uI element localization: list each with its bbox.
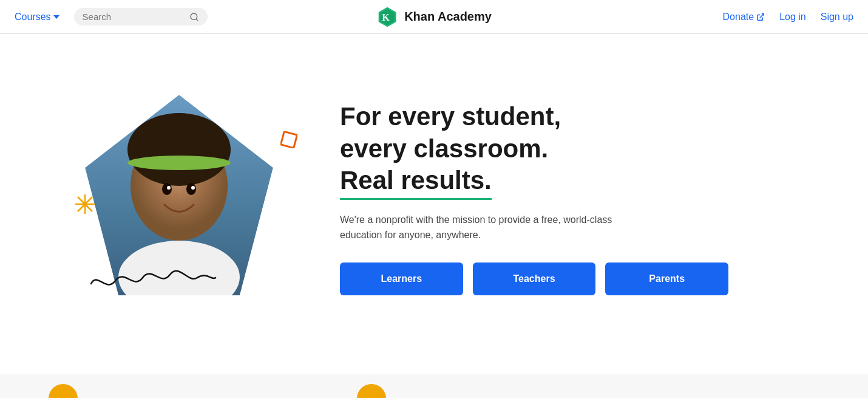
hero-headline: For every student, every classroom. Real… — [340, 101, 728, 200]
teachers-button[interactable]: Teachers — [473, 262, 596, 295]
hero-image-area — [49, 83, 303, 314]
hero-section: For every student, every classroom. Real… — [0, 34, 868, 374]
svg-point-0 — [191, 13, 197, 20]
svg-point-18 — [186, 183, 196, 195]
signup-label: Sign up — [821, 12, 853, 22]
star-decoration — [73, 192, 97, 221]
svg-line-1 — [196, 19, 198, 21]
courses-label: Courses — [15, 12, 51, 22]
donate-link[interactable]: Donate — [723, 12, 765, 22]
navbar: Courses K Khan Academy Donate — [0, 0, 868, 34]
nav-right: Donate Log in Sign up — [723, 12, 853, 22]
svg-point-14 — [127, 113, 231, 186]
bottom-strip — [0, 374, 868, 398]
svg-point-19 — [167, 186, 171, 190]
avatar-2 — [357, 384, 386, 398]
external-link-icon — [756, 13, 765, 21]
scribble-decoration — [85, 259, 219, 301]
hero-subtext: We're a nonprofit with the mission to pr… — [340, 212, 643, 243]
courses-button[interactable]: Courses — [15, 12, 59, 22]
nav-left: Courses — [15, 8, 208, 26]
parents-button[interactable]: Parents — [605, 262, 728, 295]
hero-headline-line1: For every student, — [340, 102, 561, 131]
donate-label: Donate — [723, 12, 754, 22]
search-container — [74, 8, 208, 26]
svg-line-5 — [760, 14, 764, 18]
chevron-down-icon — [53, 15, 59, 19]
svg-point-15 — [127, 156, 231, 170]
hero-headline-line3: Real results. — [340, 165, 492, 200]
nav-center: K Khan Academy — [376, 6, 492, 28]
svg-point-17 — [162, 183, 172, 195]
svg-rect-10 — [281, 132, 297, 148]
hero-content: For every student, every classroom. Real… — [340, 101, 728, 295]
avatar-1 — [49, 384, 78, 398]
square-decoration — [280, 131, 297, 151]
search-icon — [189, 12, 199, 22]
site-title: Khan Academy — [404, 10, 492, 24]
svg-text:K: K — [382, 12, 390, 23]
signup-link[interactable]: Sign up — [821, 12, 853, 22]
login-label: Log in — [779, 12, 806, 22]
search-input[interactable] — [83, 12, 185, 22]
logo-icon: K — [376, 6, 398, 28]
hero-headline-line2: every classroom. — [340, 134, 548, 163]
learners-button[interactable]: Learners — [340, 262, 463, 295]
cta-buttons: Learners Teachers Parents — [340, 262, 728, 295]
svg-point-20 — [191, 186, 195, 190]
login-link[interactable]: Log in — [779, 12, 806, 22]
